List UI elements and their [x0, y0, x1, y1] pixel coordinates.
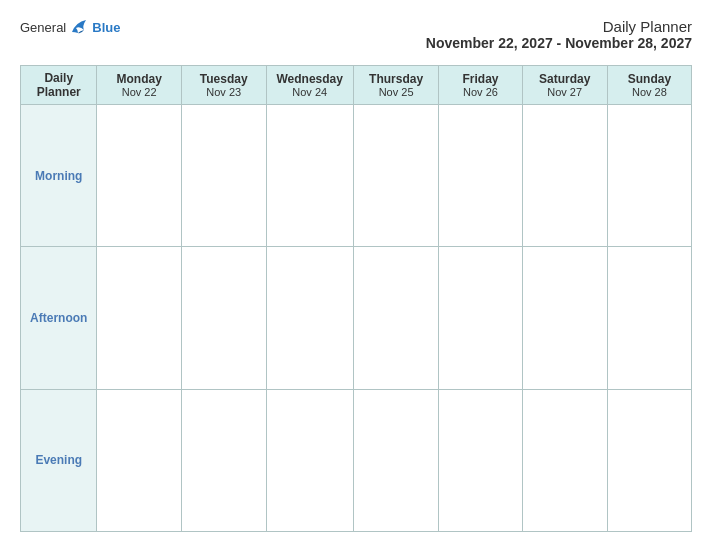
row-afternoon: Afternoon — [21, 247, 692, 389]
friday-name: Friday — [443, 72, 517, 86]
afternoon-tuesday-cell[interactable] — [181, 247, 266, 389]
afternoon-friday-cell[interactable] — [439, 247, 522, 389]
morning-wednesday-cell[interactable] — [266, 105, 353, 247]
saturday-date: Nov 27 — [527, 86, 603, 98]
evening-label: Evening — [21, 389, 97, 531]
daily-planner-page: General Blue Daily Planner November 22, … — [0, 0, 712, 550]
evening-sunday-cell[interactable] — [607, 389, 691, 531]
logo-blue-text: Blue — [92, 20, 120, 35]
thursday-name: Thursday — [358, 72, 435, 86]
friday-date: Nov 26 — [443, 86, 517, 98]
morning-label: Morning — [21, 105, 97, 247]
logo-area: General Blue — [20, 18, 120, 36]
col-header-sunday: Sunday Nov 28 — [607, 66, 691, 105]
planner-title: Daily Planner — [426, 18, 692, 35]
logo-general-text: General — [20, 20, 66, 35]
col-header-label: Daily Planner — [21, 66, 97, 105]
evening-monday-cell[interactable] — [97, 389, 181, 531]
evening-wednesday-cell[interactable] — [266, 389, 353, 531]
afternoon-label: Afternoon — [21, 247, 97, 389]
sunday-date: Nov 28 — [612, 86, 687, 98]
monday-name: Monday — [101, 72, 176, 86]
afternoon-sunday-cell[interactable] — [607, 247, 691, 389]
thursday-date: Nov 25 — [358, 86, 435, 98]
afternoon-wednesday-cell[interactable] — [266, 247, 353, 389]
saturday-name: Saturday — [527, 72, 603, 86]
morning-saturday-cell[interactable] — [522, 105, 607, 247]
wednesday-name: Wednesday — [271, 72, 349, 86]
morning-thursday-cell[interactable] — [353, 105, 439, 247]
tuesday-date: Nov 23 — [186, 86, 262, 98]
label-col-name: Daily Planner — [25, 71, 92, 99]
wednesday-date: Nov 24 — [271, 86, 349, 98]
sunday-name: Sunday — [612, 72, 687, 86]
col-header-monday: Monday Nov 22 — [97, 66, 181, 105]
row-morning: Morning — [21, 105, 692, 247]
morning-tuesday-cell[interactable] — [181, 105, 266, 247]
col-header-friday: Friday Nov 26 — [439, 66, 522, 105]
planner-table: Daily Planner Monday Nov 22 Tuesday Nov … — [20, 65, 692, 532]
col-header-tuesday: Tuesday Nov 23 — [181, 66, 266, 105]
planner-date-range: November 22, 2027 - November 28, 2027 — [426, 35, 692, 51]
evening-friday-cell[interactable] — [439, 389, 522, 531]
afternoon-thursday-cell[interactable] — [353, 247, 439, 389]
logo-bird-icon — [68, 18, 90, 36]
header: General Blue Daily Planner November 22, … — [20, 18, 692, 51]
monday-date: Nov 22 — [101, 86, 176, 98]
evening-tuesday-cell[interactable] — [181, 389, 266, 531]
morning-friday-cell[interactable] — [439, 105, 522, 247]
col-header-saturday: Saturday Nov 27 — [522, 66, 607, 105]
header-row: Daily Planner Monday Nov 22 Tuesday Nov … — [21, 66, 692, 105]
row-evening: Evening — [21, 389, 692, 531]
title-area: Daily Planner November 22, 2027 - Novemb… — [426, 18, 692, 51]
logo: General Blue — [20, 18, 120, 36]
col-header-thursday: Thursday Nov 25 — [353, 66, 439, 105]
morning-monday-cell[interactable] — [97, 105, 181, 247]
afternoon-saturday-cell[interactable] — [522, 247, 607, 389]
evening-thursday-cell[interactable] — [353, 389, 439, 531]
col-header-wednesday: Wednesday Nov 24 — [266, 66, 353, 105]
morning-sunday-cell[interactable] — [607, 105, 691, 247]
evening-saturday-cell[interactable] — [522, 389, 607, 531]
tuesday-name: Tuesday — [186, 72, 262, 86]
afternoon-monday-cell[interactable] — [97, 247, 181, 389]
